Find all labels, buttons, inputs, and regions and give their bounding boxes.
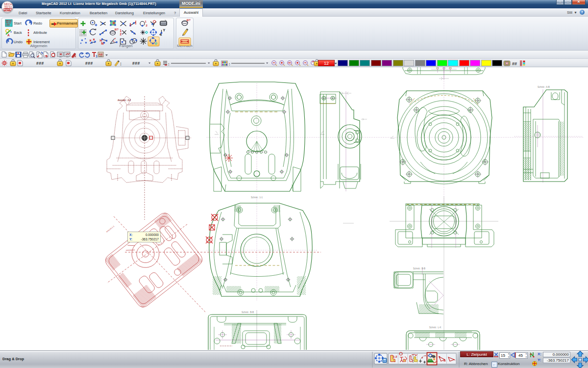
svg-text:1: 1 — [96, 54, 98, 58]
svg-text:X:: X: — [129, 233, 133, 237]
svg-text:###: ### — [36, 61, 44, 66]
svg-text:CAD: CAD — [6, 24, 10, 26]
svg-text:B?: B? — [115, 28, 119, 31]
svg-text:Y:: Y: — [129, 237, 132, 241]
svg-text:A: A — [7, 33, 10, 37]
svg-text:1: 1 — [145, 20, 147, 23]
svg-text:Schnitt : L-K: Schnitt : L-K — [429, 326, 441, 329]
svg-text:Schnitt : B-B: Schnitt : B-B — [242, 311, 254, 314]
svg-text:2: 2 — [120, 32, 122, 36]
svg-text:2: 2 — [146, 24, 148, 27]
svg-text:Ansicht 1-1: Ansicht 1-1 — [106, 225, 115, 233]
svg-text:Schnitt : A-B: Schnitt : A-B — [538, 86, 550, 88]
svg-text::: : — [120, 61, 122, 66]
svg-text::: : — [229, 62, 230, 66]
svg-text:B?: B? — [187, 19, 191, 22]
svg-text:0.000000: 0.000000 — [146, 233, 159, 237]
svg-text:AB: AB — [98, 53, 103, 56]
svg-text:###: ### — [85, 61, 93, 66]
svg-text:##: ## — [512, 61, 517, 66]
svg-text:Ansicht : 2-2: Ansicht : 2-2 — [118, 99, 131, 102]
svg-text:Schnitt : 1-1: Schnitt : 1-1 — [251, 196, 263, 199]
svg-text:###: ### — [132, 61, 140, 66]
svg-text:Schnitt : B-B: Schnitt : B-B — [413, 267, 425, 270]
svg-text:4: 4 — [155, 43, 156, 46]
svg-text:Y: Y — [163, 28, 166, 32]
svg-text:-363.750217: -363.750217 — [141, 237, 159, 241]
svg-text:1: 1 — [120, 29, 122, 32]
svg-text::: : — [168, 62, 170, 66]
